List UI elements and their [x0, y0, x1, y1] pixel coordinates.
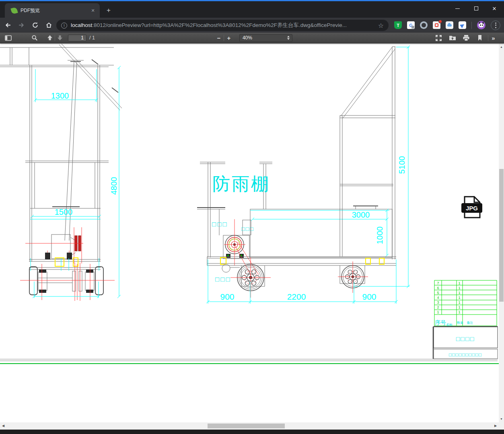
site-info-icon[interactable]: i — [61, 23, 67, 29]
row-no: 5 — [437, 291, 439, 295]
next-page-button[interactable] — [55, 33, 65, 42]
presentation-mode-button[interactable] — [434, 33, 444, 42]
scrollbar-corner — [499, 422, 504, 430]
translate-extension-icon[interactable]: G — [407, 21, 415, 29]
pdf-toolbar: / 1 − + 40% » — [0, 33, 504, 43]
sheet-border-bottom — [0, 359, 499, 364]
dim-front-width-top: 1300 — [51, 91, 69, 100]
row-qty: 1 — [458, 310, 460, 314]
row-qty: 1 — [458, 286, 460, 290]
row-no: 6 — [437, 286, 439, 290]
back-button[interactable] — [2, 19, 14, 31]
open-file-button[interactable] — [448, 33, 457, 42]
vertical-scrollbar[interactable]: ▲ ▼ — [499, 43, 504, 422]
scroll-down-arrow-icon[interactable]: ▼ — [499, 416, 504, 422]
select-caret-icon — [287, 36, 290, 40]
header-remark: 备注 — [467, 321, 473, 325]
row-qty: 1 — [458, 300, 460, 304]
bird-extension-icon[interactable] — [459, 21, 466, 29]
browser-menu-button[interactable] — [491, 21, 500, 30]
url-host: localhost — [71, 22, 92, 28]
scroll-up-arrow-icon[interactable]: ▲ — [499, 44, 504, 49]
label-tofu-c: □□□ — [215, 276, 231, 283]
jpg-file-icon: JPG — [461, 197, 482, 218]
dim-side-height: 5100 — [397, 156, 406, 174]
zoom-out-button[interactable]: − — [214, 33, 224, 42]
window-bottom-edge — [0, 430, 504, 434]
dim-front-height: 4800 — [109, 177, 118, 195]
url-text[interactable]: localhost:8012/onlinePreview?url=http%3A… — [71, 22, 375, 29]
zoom-in-button[interactable]: + — [224, 33, 234, 42]
dim-front-width-cab: 1500 — [55, 208, 73, 216]
browser-window: PDF预览 ✕ + ✕ i localhost:8012/onlinePrevi… — [0, 0, 504, 434]
title-block-line1: □□□□ — [456, 335, 475, 342]
row-qty: 1 — [458, 305, 460, 309]
ring-extension-icon[interactable] — [420, 21, 428, 29]
home-button[interactable] — [43, 19, 55, 31]
canopy-label: 防雨棚 — [212, 174, 270, 193]
title-block-line2: □□□□□□□□□□ — [449, 352, 482, 358]
new-tab-button[interactable]: + — [104, 6, 113, 16]
profile-avatar[interactable] — [477, 21, 485, 29]
bookmark-button[interactable] — [475, 33, 485, 42]
forward-button[interactable] — [15, 19, 27, 31]
title-block: □□□□ □□□□□□□□□□ — [433, 327, 498, 359]
bookmark-star-icon[interactable]: ☆ — [378, 22, 384, 29]
row-no: 2 — [437, 305, 439, 309]
browser-tab[interactable]: PDF预览 ✕ — [5, 3, 100, 18]
row-no: 1 — [437, 310, 439, 314]
red-extension-icon[interactable] — [433, 21, 440, 29]
sidebar-toggle-button[interactable] — [3, 33, 13, 42]
jpg-icon-label: JPG — [466, 205, 478, 212]
maximize-button[interactable] — [469, 4, 483, 13]
row-no: 7 — [437, 281, 439, 285]
label-tofu-a: □□□ — [212, 220, 228, 228]
zoom-select[interactable]: 40% — [239, 34, 292, 42]
pdf-page-canvas[interactable]: .ln{stroke:#6e6e6e;stroke-width:1;fill:n… — [0, 43, 499, 422]
tampermonkey-extension-icon[interactable]: T — [394, 21, 402, 29]
extensions-area: T G — [394, 18, 500, 33]
more-tools-button[interactable]: » — [488, 33, 498, 42]
front-view: 1300 4800 1500 — [0, 44, 122, 301]
header-index: 序号 — [435, 319, 446, 326]
header-qty: 数量 — [457, 321, 463, 325]
cloud-extension-icon[interactable] — [446, 21, 453, 29]
dim-wheel-right: 900 — [362, 292, 376, 301]
scroll-right-arrow-icon[interactable]: ▶ — [493, 422, 498, 430]
zoom-value: 40% — [243, 35, 252, 41]
scroll-left-arrow-icon[interactable]: ◀ — [0, 422, 6, 430]
tab-title: PDF预览 — [21, 7, 89, 14]
reload-button[interactable] — [29, 19, 41, 31]
previous-page-button[interactable] — [45, 33, 55, 42]
horizontal-scrollbar[interactable]: ◀ ▶ — [0, 422, 499, 430]
print-button[interactable] — [461, 33, 471, 42]
row-qty: 1 — [458, 291, 460, 295]
minimize-button[interactable] — [451, 4, 464, 13]
navbar: i localhost:8012/onlinePreview?url=http%… — [0, 18, 504, 33]
page-count-label: / 1 — [89, 35, 95, 41]
dim-wheel-left: 900 — [220, 292, 234, 301]
label-tofu-b: □□□ — [241, 226, 254, 232]
row-no: 3 — [437, 300, 439, 304]
cad-drawing: .ln{stroke:#6e6e6e;stroke-width:1;fill:n… — [0, 43, 499, 422]
tab-close-icon[interactable]: ✕ — [89, 7, 97, 14]
titlebar: PDF预览 ✕ + ✕ — [0, 1, 504, 18]
side-view: 防雨棚 □□□ □□□ □□□ 3000 — [197, 45, 410, 304]
dim-tank-length: 3000 — [352, 210, 370, 219]
spring-leaf-favicon — [10, 7, 18, 14]
url-path: :8012/onlinePreview?url=http%3A%2F%2Floc… — [92, 22, 347, 28]
page-number-input[interactable] — [68, 35, 86, 41]
close-window-button[interactable]: ✕ — [488, 4, 501, 13]
horizontal-scrollbar-thumb[interactable] — [208, 424, 285, 428]
parts-table: 7 1 6 1 5 1 4 1 3 1 2 1 1 1 序号 名称 数量 备注 — [434, 280, 497, 327]
address-bar[interactable]: i localhost:8012/onlinePreview?url=http%… — [56, 20, 389, 31]
dim-wheel-base: 2200 — [287, 292, 306, 301]
header-name: 名称 — [446, 323, 453, 327]
row-qty: 1 — [458, 281, 460, 285]
search-button[interactable] — [30, 33, 39, 42]
row-qty: 1 — [458, 296, 460, 300]
dim-tank-height: 1000 — [375, 226, 384, 245]
extensions-separator — [471, 22, 472, 29]
vertical-scrollbar-thumb[interactable] — [499, 169, 504, 302]
row-no: 4 — [437, 296, 439, 300]
